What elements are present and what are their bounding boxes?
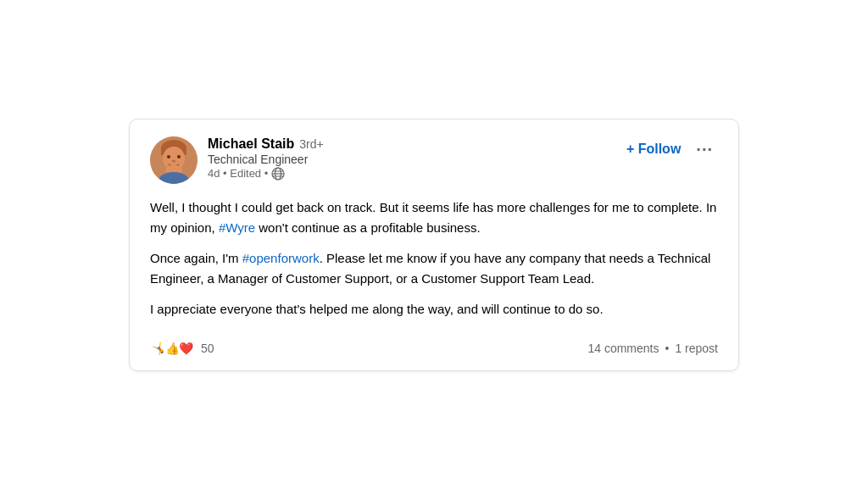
post-card: Michael Staib 3rd+ Technical Engineer 4d… bbox=[129, 119, 739, 371]
avatar[interactable] bbox=[150, 136, 198, 184]
post-paragraph-1: Well, I thought I could get back on trac… bbox=[150, 197, 718, 238]
user-info: Michael Staib 3rd+ Technical Engineer 4d… bbox=[208, 136, 324, 181]
user-title: Technical Engineer bbox=[208, 153, 324, 166]
svg-point-6 bbox=[172, 159, 176, 162]
post-stats: 14 comments • 1 repost bbox=[587, 342, 718, 355]
svg-point-5 bbox=[177, 155, 181, 158]
reactions[interactable]: 🤸 👍 ❤️ 50 bbox=[150, 340, 214, 357]
post-footer: 🤸 👍 ❤️ 50 14 comments • 1 repost bbox=[150, 333, 718, 357]
hashtag-openforwork[interactable]: #openforwork bbox=[242, 251, 320, 265]
post-header-left: Michael Staib 3rd+ Technical Engineer 4d… bbox=[150, 136, 324, 184]
svg-point-4 bbox=[167, 155, 170, 158]
post-paragraph-2: Once again, I'm #openforwork. Please let… bbox=[150, 248, 718, 289]
post-header-right: + Follow ··· bbox=[626, 136, 718, 163]
globe-icon bbox=[271, 167, 285, 181]
reaction-emoji-heart: ❤️ bbox=[177, 340, 194, 357]
post-paragraph-3: I appreciate everyone that's helped me a… bbox=[150, 299, 718, 320]
more-options-button[interactable]: ··· bbox=[691, 136, 718, 163]
user-name-row: Michael Staib 3rd+ bbox=[208, 136, 324, 152]
post-meta: 4d • Edited • bbox=[208, 167, 324, 181]
follow-button[interactable]: + Follow bbox=[626, 138, 681, 160]
post-timestamp: 4d • Edited • bbox=[208, 167, 268, 180]
reaction-count: 50 bbox=[201, 342, 214, 355]
stat-separator: • bbox=[665, 342, 670, 355]
hashtag-wyre[interactable]: #Wyre bbox=[219, 220, 255, 235]
post-body: Well, I thought I could get back on trac… bbox=[150, 197, 718, 320]
user-degree: 3rd+ bbox=[299, 137, 323, 151]
user-name[interactable]: Michael Staib bbox=[208, 136, 294, 152]
post-header: Michael Staib 3rd+ Technical Engineer 4d… bbox=[150, 136, 718, 184]
comments-count[interactable]: 14 comments bbox=[587, 342, 659, 355]
reposts-count[interactable]: 1 repost bbox=[675, 342, 718, 355]
reaction-emojis: 🤸 👍 ❤️ bbox=[150, 340, 191, 357]
